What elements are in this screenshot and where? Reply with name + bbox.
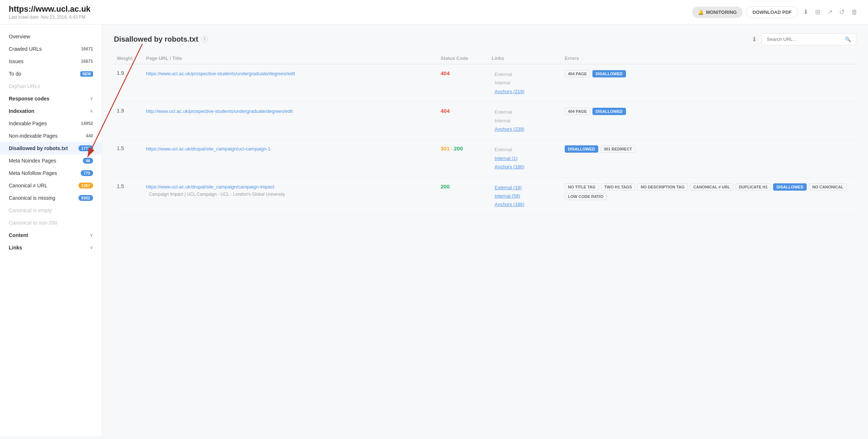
row2-links: External Internal Anchors (239) (489, 108, 562, 133)
row1-status-code: 404 (441, 70, 450, 76)
download-icon-button[interactable]: ⬇ (802, 7, 810, 18)
chevron-down-icon-content: ∨ (90, 233, 93, 238)
row2-url-link[interactable]: http://www.ucl.ac.uk/prospective-student… (146, 108, 293, 114)
sidebar-item-meta-nofollow[interactable]: Meta Nofollow Pages 770 (0, 167, 102, 179)
row3-links: External Internal (1) Anchors (186) (489, 145, 562, 171)
search-icon: 🔍 (845, 37, 851, 42)
meta-noindex-badge: 48 (83, 158, 93, 164)
row3-status: 301 › 200 (438, 145, 489, 152)
monitoring-button[interactable]: 🔔 MONITORING (692, 7, 742, 18)
row3-links-internal[interactable]: Internal (1) (495, 156, 518, 161)
row4-url: https://www.ucl.ac.uk/drupal/site_campai… (143, 183, 438, 197)
sitemap-icon-button[interactable]: ⊞ (814, 7, 822, 18)
share-icon-button[interactable]: ↗ (826, 7, 834, 18)
row3-url-link[interactable]: https://www.ucl.ac.uk/drupal/site_campai… (146, 146, 270, 152)
row4-url-link[interactable]: https://www.ucl.ac.uk/drupal/site_campai… (146, 184, 274, 190)
sidebar-section-links[interactable]: Links ∨ (0, 241, 102, 254)
main-title: Disallowed by robots.txt ? (114, 35, 208, 43)
row3-links-anchors[interactable]: Anchors (186) (495, 164, 525, 169)
error-tag-no-title: NO TITLE TAG (565, 183, 599, 191)
site-title: https://www.ucl.ac.uk (9, 4, 91, 14)
sidebar-item-disallowed-by-robots[interactable]: Disallowed by robots.txt 1771 (0, 142, 102, 154)
search-url-box[interactable]: 🔍 (761, 33, 856, 45)
error-tag-canonical-neq: CANONICAL ≠ URL (690, 183, 733, 191)
row4-links-anchors[interactable]: Anchors (186) (495, 202, 525, 207)
error-tag-low-code-ratio: LOW CODE RATIO (565, 193, 607, 200)
canonical-neq-badge: 1307 (78, 183, 93, 188)
row1-weight: 1.9 (114, 70, 143, 76)
row1-links: External Internal Anchors (219) (489, 70, 562, 96)
refresh-icon-button[interactable]: ↺ (838, 7, 846, 18)
row3-weight: 1.5 (114, 145, 143, 151)
row1-links-anchors[interactable]: Anchors (219) (495, 89, 525, 94)
row2-status-code: 404 (441, 108, 450, 114)
error-tag-duplicate-h1: DUPLICATE H1 (736, 183, 771, 191)
row4-links: External (18) Internal (58) Anchors (186… (489, 183, 562, 209)
row4-weight: 1.5 (114, 183, 143, 189)
sidebar-item-crawled-urls[interactable]: Crawled URLs 16671 (0, 43, 102, 55)
sidebar-item-meta-noindex[interactable]: Meta Noindex Pages 48 (0, 154, 102, 167)
delete-icon-button[interactable]: 🗑 (850, 7, 859, 18)
main-actions: ⬇ 🔍 (752, 33, 856, 45)
canonical-missing-badge: 9302 (78, 195, 93, 201)
sidebar-section-content[interactable]: Content ∨ (0, 229, 102, 241)
sidebar-item-canonical-non200: Canonical to non-200 (0, 217, 102, 229)
error-tag-404page-2: 404 PAGE (565, 108, 590, 115)
error-tag-disallowed: DISALLOWED (592, 70, 626, 77)
error-tag-disallowed-2: DISALLOWED (592, 108, 626, 115)
sidebar-section-indexation[interactable]: Indexation ∧ (0, 105, 102, 117)
main-header: Disallowed by robots.txt ? ⬇ 🔍 (114, 33, 856, 45)
sidebar-item-issues[interactable]: Issues 16671 (0, 55, 102, 68)
sidebar-item-indexable-pages[interactable]: Indexable Pages 14852 (0, 117, 102, 130)
table-row: 1.9 https://www.ucl.ac.uk/prospective-st… (114, 64, 856, 102)
row1-links-internal: Internal (492, 79, 559, 87)
row2-links-internal: Internal (492, 117, 559, 125)
error-tag-404page: 404 PAGE (565, 70, 590, 77)
help-icon[interactable]: ? (201, 36, 208, 43)
search-input[interactable] (767, 37, 845, 42)
crawl-date: Last crawl date: Nov 23, 2018, 6:43 PM (9, 15, 91, 20)
table-row: 1.9 http://www.ucl.ac.uk/prospective-stu… (114, 102, 856, 140)
row4-errors: NO TITLE TAG TWO H1 TAGS NO DESCRIPTION … (562, 183, 856, 200)
sidebar-section-response-codes[interactable]: Response codes ∨ (0, 92, 102, 105)
sidebar-item-todo[interactable]: To do NEW (0, 68, 102, 80)
new-badge: NEW (80, 71, 93, 77)
row3-errors: DISALLOWED 301 REDIRECT (562, 145, 856, 153)
table-row: 1.5 https://www.ucl.ac.uk/drupal/site_ca… (114, 177, 856, 215)
table-header: Weight Page URL / Title Status Code Link… (114, 53, 856, 64)
row1-status: 404 (438, 70, 489, 76)
sidebar-item-canonical-missing[interactable]: Canonical is missing 9302 (0, 192, 102, 204)
layout: Overview Crawled URLs 16671 Issues 16671… (0, 24, 868, 436)
row4-status-code: 200 (441, 183, 450, 190)
row2-url: http://www.ucl.ac.uk/prospective-student… (143, 108, 438, 115)
row4-status: 200 (438, 183, 489, 190)
error-tag-301redirect: 301 REDIRECT (600, 145, 635, 153)
row4-links-internal[interactable]: Internal (58) (495, 193, 520, 199)
error-tag-two-h1: TWO H1 TAGS (601, 183, 635, 191)
data-table: Weight Page URL / Title Status Code Link… (114, 53, 856, 215)
row4-page-desc: Campaign Impact | UCL Campaign - UCL - L… (146, 192, 435, 197)
download-pdf-button[interactable]: DOWNLOAD PDF (746, 6, 798, 18)
export-button[interactable]: ⬇ (752, 35, 757, 43)
row2-status: 404 (438, 108, 489, 114)
disallowed-badge: 1771 (78, 145, 93, 151)
sidebar-item-non-indexable-pages[interactable]: Non-indexable Pages 440 (0, 130, 102, 142)
sidebar-item-canonical-neq-url[interactable]: Canonical ≠ URL 1307 (0, 179, 102, 192)
chevron-up-icon: ∧ (90, 108, 93, 114)
bell-icon: 🔔 (698, 9, 704, 15)
row1-url: https://www.ucl.ac.uk/prospective-studen… (143, 70, 438, 77)
table-row: 1.5 https://www.ucl.ac.uk/drupal/site_ca… (114, 140, 856, 177)
monitoring-label: MONITORING (706, 9, 737, 15)
header: https://www.ucl.ac.uk Last crawl date: N… (0, 0, 868, 24)
row3-links-external: External (492, 145, 559, 154)
chevron-down-icon: ∨ (90, 96, 93, 101)
error-tag-disallowed-4: DISALLOWED (773, 183, 807, 191)
row2-links-anchors[interactable]: Anchors (239) (495, 126, 525, 132)
row4-links-external[interactable]: External (18) (495, 185, 522, 190)
sidebar-item-overview[interactable]: Overview (0, 30, 102, 43)
row1-url-link[interactable]: https://www.ucl.ac.uk/prospective-studen… (146, 71, 295, 76)
sidebar-item-canonical-empty: Canonical is empty (0, 204, 102, 217)
main-content: Disallowed by robots.txt ? ⬇ 🔍 Weight Pa… (102, 24, 868, 436)
error-tag-disallowed-3: DISALLOWED (565, 145, 598, 153)
chevron-down-icon-links: ∨ (90, 245, 93, 250)
